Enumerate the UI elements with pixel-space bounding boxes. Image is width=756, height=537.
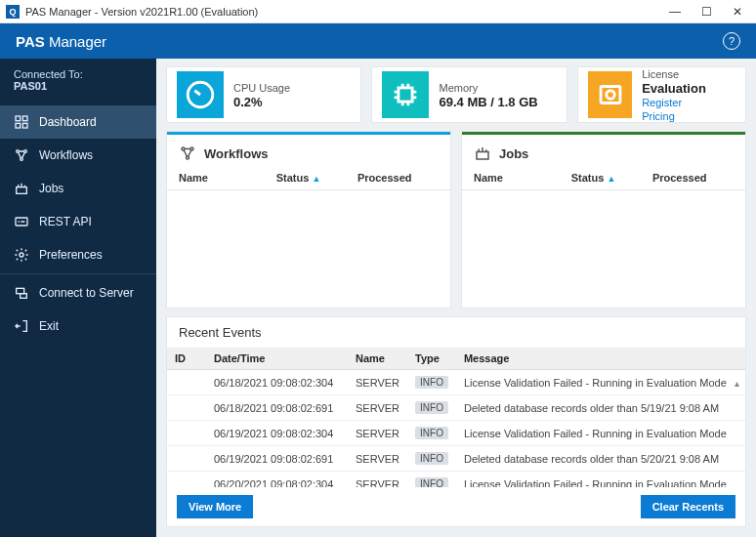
svg-rect-11 (21, 294, 27, 299)
info-badge: INFO (415, 452, 448, 465)
cell-datetime: 06/18/2021 09:08:02:691 (206, 395, 348, 421)
svg-point-16 (182, 147, 185, 150)
col-name[interactable]: Name (474, 172, 571, 184)
cell-name: SERVER (348, 370, 407, 395)
col-processed[interactable]: Processed (652, 172, 734, 184)
pricing-link[interactable]: Pricing (642, 110, 675, 122)
sidebar-item-exit[interactable]: Exit (0, 310, 156, 343)
svg-point-5 (24, 150, 27, 153)
cell-message: Deleted database records older than 5/19… (456, 395, 745, 421)
jobs-icon (474, 145, 491, 162)
chip-icon (382, 71, 429, 118)
sidebar-item-preferences[interactable]: Preferences (0, 238, 156, 271)
jobs-body (462, 190, 745, 308)
cpu-value: 0.2% (233, 95, 263, 109)
close-button[interactable]: ✕ (731, 5, 744, 19)
svg-rect-0 (16, 116, 21, 121)
cell-type: INFO (407, 395, 456, 421)
table-row[interactable]: 06/18/2021 09:08:02:304SERVERINFOLicense… (167, 370, 745, 395)
sidebar-item-label: Jobs (39, 182, 63, 195)
events-table: ID Date/Time Name Type Message 06/18/202… (167, 348, 745, 487)
table-row[interactable]: 06/19/2021 09:08:02:691SERVERINFODeleted… (167, 446, 745, 472)
info-badge: INFO (415, 427, 448, 439)
jobs-title: Jobs (499, 146, 528, 161)
sort-asc-icon: ▲ (312, 174, 320, 184)
cell-id (167, 446, 206, 472)
connection-info: Connected To: PAS01 (0, 59, 156, 105)
col-name[interactable]: Name (179, 172, 276, 184)
table-row[interactable]: 06/18/2021 09:08:02:691SERVERINFODeleted… (167, 395, 745, 421)
sidebar-item-rest-api[interactable]: REST API (0, 205, 156, 238)
svg-point-9 (20, 253, 23, 257)
minimize-button[interactable]: — (668, 5, 682, 19)
svg-rect-14 (601, 87, 620, 103)
col-datetime[interactable]: Date/Time (206, 348, 348, 370)
workflows-body (167, 190, 450, 308)
cell-message: License Validation Failed - Running in E… (456, 472, 745, 488)
cell-datetime: 06/18/2021 09:08:02:304 (206, 370, 348, 395)
cell-message: License Validation Failed - Running in E… (456, 421, 745, 446)
cell-id (167, 395, 206, 421)
connection-label: Connected To: (14, 68, 143, 80)
sidebar-item-dashboard[interactable]: Dashboard (0, 105, 156, 139)
svg-point-15 (606, 91, 614, 100)
cell-name: SERVER (348, 446, 407, 472)
scroll-up-icon[interactable]: ▴ (730, 377, 743, 389)
gauge-icon (177, 71, 224, 118)
sidebar-item-workflows[interactable]: Workflows (0, 139, 156, 172)
exit-icon (14, 318, 29, 334)
svg-rect-1 (22, 116, 27, 121)
info-badge: INFO (415, 477, 448, 487)
view-more-button[interactable]: View More (177, 495, 253, 518)
sidebar-item-jobs[interactable]: Jobs (0, 172, 156, 205)
col-status[interactable]: Status▲ (571, 172, 652, 184)
app-icon: Q (6, 5, 20, 19)
col-id[interactable]: ID (167, 348, 206, 370)
cpu-label: CPU Usage (233, 82, 290, 94)
stat-cards-row: CPU Usage 0.2% Memory 69.4 MB / 1.8 GB (166, 66, 746, 123)
cell-id (167, 421, 206, 446)
sidebar-separator (0, 273, 156, 274)
sidebar-item-connect[interactable]: Connect to Server (0, 276, 156, 310)
table-row[interactable]: 06/19/2021 09:08:02:304SERVERINFOLicense… (167, 421, 745, 446)
events-title: Recent Events (167, 317, 745, 348)
sidebar-item-label: Exit (39, 319, 59, 333)
col-status[interactable]: Status▲ (276, 172, 357, 184)
sidebar-item-label: Preferences (39, 248, 103, 262)
col-message[interactable]: Message (456, 348, 745, 370)
col-name[interactable]: Name (348, 348, 407, 370)
workflows-panel: Workflows Name Status▲ Processed (166, 131, 451, 309)
sidebar-item-label: Connect to Server (39, 286, 134, 300)
jobs-icon (14, 181, 29, 196)
app-title-bold: PAS (16, 33, 45, 50)
license-card: License Evaluation Register Pricing (577, 66, 746, 123)
svg-rect-3 (22, 123, 27, 128)
cell-type: INFO (407, 421, 456, 446)
connect-icon (14, 285, 29, 301)
svg-rect-13 (399, 88, 412, 102)
memory-value: 69.4 MB / 1.8 GB (439, 95, 537, 109)
svg-rect-10 (17, 288, 24, 293)
cell-message: Deleted database records older than 5/20… (456, 446, 745, 472)
rest-api-icon (14, 214, 29, 229)
cell-type: INFO (407, 370, 456, 395)
cell-name: SERVER (348, 395, 407, 421)
recent-events-panel: Recent Events ID Date/Time Name Type Mes… (166, 316, 746, 527)
svg-rect-7 (17, 187, 27, 194)
app-title: PAS Manager (16, 33, 106, 50)
license-value: Evaluation (642, 81, 706, 96)
svg-rect-19 (477, 152, 488, 160)
help-icon[interactable]: ? (723, 32, 740, 50)
license-label: License (642, 68, 679, 80)
col-processed[interactable]: Processed (357, 172, 439, 184)
cell-datetime: 06/19/2021 09:08:02:304 (206, 421, 348, 446)
clear-recents-button[interactable]: Clear Recents (641, 495, 735, 518)
cpu-card: CPU Usage 0.2% (166, 66, 361, 123)
svg-point-18 (187, 156, 189, 159)
maximize-button[interactable]: ☐ (699, 5, 713, 19)
cell-type: INFO (407, 472, 456, 488)
col-type[interactable]: Type (407, 348, 456, 370)
register-link[interactable]: Register (642, 97, 682, 108)
sort-asc-icon: ▲ (607, 174, 615, 184)
table-row[interactable]: 06/20/2021 09:08:02:304SERVERINFOLicense… (167, 472, 745, 488)
